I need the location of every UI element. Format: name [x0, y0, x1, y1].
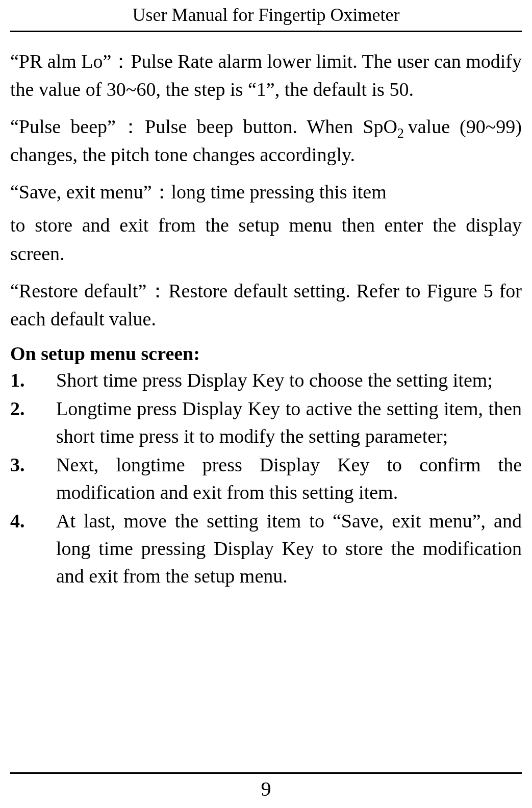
page-content: “PR alm Lo”：Pulse Rate alarm lower limit…: [0, 32, 532, 590]
page-footer: 9: [10, 772, 522, 801]
list-text: Next, longtime press Display Key to conf…: [56, 451, 522, 507]
list-number: 2.: [10, 395, 56, 450]
list-number: 1.: [10, 367, 56, 394]
paragraph-pulse-beep: “Pulse beep”：Pulse beep button. When SpO…: [10, 113, 522, 169]
list-text: Short time press Display Key to choose t…: [56, 367, 522, 394]
list-item: 1. Short time press Display Key to choos…: [10, 367, 522, 394]
header-title: User Manual for Fingertip Oximeter: [133, 5, 400, 25]
paragraph-save-exit-1: “Save, exit menu”：long time pressing thi…: [10, 178, 522, 206]
paragraph-save-exit-2: to store and exit from the setup menu th…: [10, 211, 522, 267]
paragraph-restore-default: “Restore default”：Restore default settin…: [10, 277, 522, 333]
list-item: 3. Next, longtime press Display Key to c…: [10, 451, 522, 507]
list-item: 2. Longtime press Display Key to active …: [10, 395, 522, 450]
list-item: 4. At last, move the setting item to “Sa…: [10, 508, 522, 590]
section-heading: On setup menu screen:: [10, 342, 522, 365]
list-number: 3.: [10, 451, 56, 507]
list-text: Longtime press Display Key to active the…: [56, 395, 522, 450]
list-number: 4.: [10, 508, 56, 590]
page-number: 9: [261, 777, 271, 800]
page-header: User Manual for Fingertip Oximeter: [10, 0, 522, 32]
setup-steps-list: 1. Short time press Display Key to choos…: [10, 367, 522, 590]
paragraph-pr-alm-lo: “PR alm Lo”：Pulse Rate alarm lower limit…: [10, 47, 522, 104]
pulse-beep-text-pre: “Pulse beep”：Pulse beep button. When SpO: [10, 116, 397, 137]
list-text: At last, move the setting item to “Save,…: [56, 508, 522, 590]
spo2-subscript: 2: [397, 125, 404, 141]
